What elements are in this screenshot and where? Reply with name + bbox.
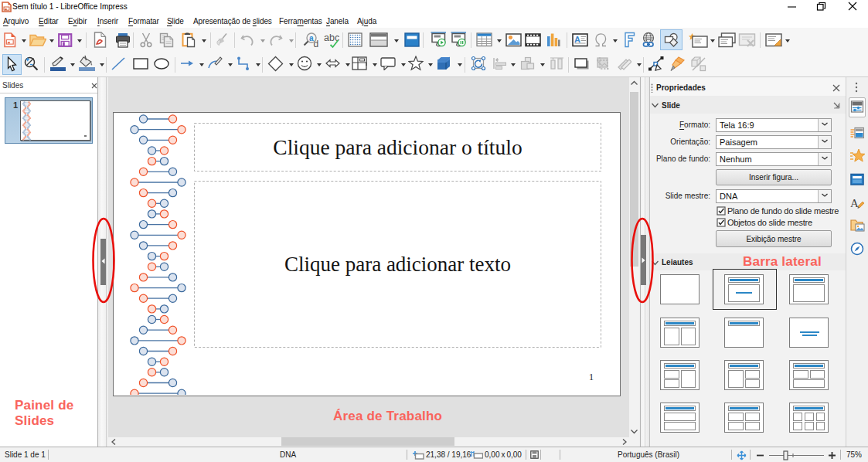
svg-text:d: d — [314, 39, 319, 49]
svg-text:A: A — [850, 197, 859, 209]
svg-text:A: A — [574, 35, 580, 44]
